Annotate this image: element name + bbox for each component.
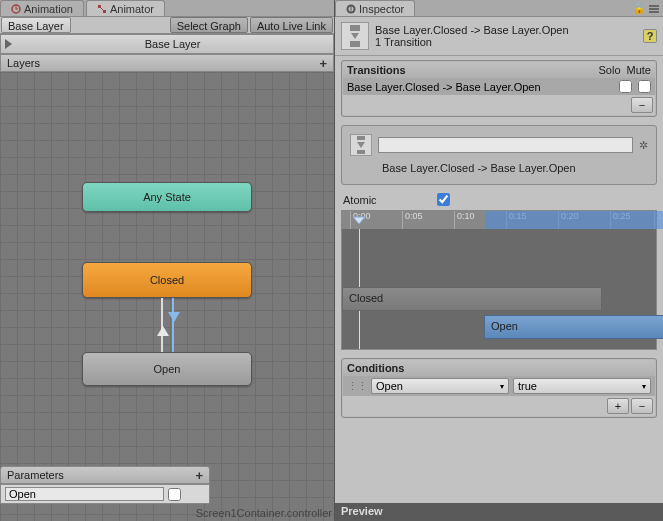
svg-line-5 xyxy=(101,8,103,10)
animator-toolbar: Base Layer Select Graph Auto Live Link xyxy=(0,17,334,34)
help-button[interactable]: ? xyxy=(643,29,657,43)
conditions-section: Conditions ⋮⋮ Open▾ true▾ + − xyxy=(341,358,657,418)
parameters-header-label: Parameters xyxy=(7,469,64,481)
tab-animation[interactable]: Animation xyxy=(0,0,84,16)
inspector-icon: i xyxy=(346,4,356,14)
transition-arrow-down-icon xyxy=(168,312,180,322)
timeline-body[interactable]: Closed Open xyxy=(342,229,656,349)
transition-item-label: Base Layer.Closed -> Base Layer.Open xyxy=(347,81,613,93)
dropdown-arrow-icon: ▾ xyxy=(642,382,646,391)
mute-column-label: Mute xyxy=(627,64,651,76)
animation-icon xyxy=(11,4,21,14)
dropdown-arrow-icon: ▾ xyxy=(500,382,504,391)
timeline-ruler[interactable]: 0:00 0:05 0:10 0:15 0:20 0:25 1 xyxy=(342,211,656,229)
conditions-header-label: Conditions xyxy=(347,362,404,374)
condition-value-select[interactable]: true▾ xyxy=(513,378,651,394)
transition-closed-to-open[interactable] xyxy=(172,298,174,352)
drag-handle-icon[interactable]: ⋮⋮ xyxy=(347,380,367,393)
tab-inspector[interactable]: i Inspector xyxy=(335,0,415,16)
node-any-state[interactable]: Any State xyxy=(82,182,252,212)
layer-item-base[interactable]: Base Layer xyxy=(0,34,334,54)
tab-animator-label: Animator xyxy=(110,3,154,15)
transition-icon-small xyxy=(350,134,372,156)
parameter-value-checkbox[interactable] xyxy=(168,488,181,501)
inspector-title: Base Layer.Closed -> Base Layer.Open xyxy=(375,24,637,36)
state-graph[interactable]: Any State Closed Open Parameters + Scree… xyxy=(0,72,334,521)
transition-open-to-closed[interactable] xyxy=(161,298,163,352)
remove-transition-button[interactable]: − xyxy=(631,97,653,113)
preview-bar[interactable]: Preview xyxy=(335,503,663,521)
svg-text:i: i xyxy=(350,4,352,13)
mute-checkbox[interactable] xyxy=(638,80,651,93)
solo-checkbox[interactable] xyxy=(619,80,632,93)
condition-row: ⋮⋮ Open▾ true▾ xyxy=(343,376,655,396)
animator-tabs: Animation Animator xyxy=(0,0,334,17)
timeline-clip-open[interactable]: Open xyxy=(484,315,663,339)
add-condition-button[interactable]: + xyxy=(607,398,629,414)
remove-condition-button[interactable]: − xyxy=(631,398,653,414)
select-graph-button[interactable]: Select Graph xyxy=(170,17,248,33)
inspector-header: Base Layer.Closed -> Base Layer.Open 1 T… xyxy=(335,17,663,56)
inspector-subtitle: 1 Transition xyxy=(375,36,637,48)
node-closed[interactable]: Closed xyxy=(82,262,252,298)
parameter-name-input[interactable] xyxy=(5,487,164,501)
parameter-row xyxy=(0,484,210,504)
transition-icon xyxy=(341,22,369,50)
playhead-icon[interactable] xyxy=(353,214,365,226)
atomic-checkbox[interactable] xyxy=(437,193,450,206)
layers-header: Layers + xyxy=(0,54,334,72)
timeline-selection[interactable] xyxy=(486,211,663,229)
panel-menu-icon[interactable] xyxy=(649,3,659,13)
timeline-clip-closed[interactable]: Closed xyxy=(342,287,602,311)
transition-name-label: Base Layer.Closed -> Base Layer.Open xyxy=(344,160,654,180)
condition-param-select[interactable]: Open▾ xyxy=(371,378,509,394)
lock-icon[interactable]: 🔒 xyxy=(633,3,645,14)
add-layer-button[interactable]: + xyxy=(319,56,327,71)
auto-live-link-button[interactable]: Auto Live Link xyxy=(250,17,333,33)
tab-inspector-label: Inspector xyxy=(359,3,404,15)
animator-icon xyxy=(97,4,107,14)
svg-rect-4 xyxy=(103,10,106,13)
solo-column-label: Solo xyxy=(599,64,621,76)
transition-detail-section: ✲ Base Layer.Closed -> Base Layer.Open xyxy=(341,125,657,185)
transition-list-item[interactable]: Base Layer.Closed -> Base Layer.Open xyxy=(343,78,655,95)
parameters-header: Parameters + xyxy=(0,466,210,484)
layer-play-icon xyxy=(5,39,12,49)
svg-rect-3 xyxy=(98,5,101,8)
transition-timeline[interactable]: 0:00 0:05 0:10 0:15 0:20 0:25 1 Closed O… xyxy=(341,210,657,350)
tab-animation-label: Animation xyxy=(24,3,73,15)
transitions-header-label: Transitions xyxy=(347,64,406,76)
atomic-label: Atomic xyxy=(343,194,377,206)
layer-label: Base Layer xyxy=(16,38,329,50)
status-text: Screen1Container.controller xyxy=(196,507,332,519)
breadcrumb-base-layer[interactable]: Base Layer xyxy=(1,17,71,33)
transition-arrow-up-icon xyxy=(157,326,169,336)
add-parameter-button[interactable]: + xyxy=(195,468,203,483)
transitions-section: Transitions Solo Mute Base Layer.Closed … xyxy=(341,60,657,117)
transition-name-input[interactable] xyxy=(378,137,633,153)
transition-settings-gear-icon[interactable]: ✲ xyxy=(639,139,648,152)
tab-animator[interactable]: Animator xyxy=(86,0,165,16)
node-open[interactable]: Open xyxy=(82,352,252,386)
status-bar: Screen1Container.controller xyxy=(196,505,332,521)
svg-marker-9 xyxy=(353,217,365,224)
layers-header-label: Layers xyxy=(7,57,40,69)
